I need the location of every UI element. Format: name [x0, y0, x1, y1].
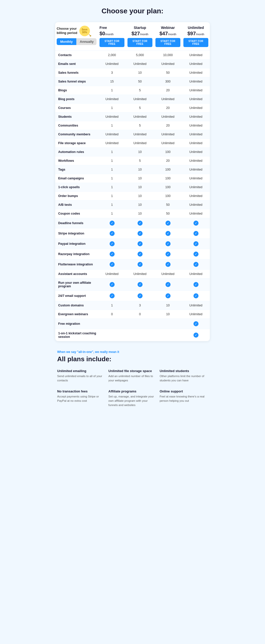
feature-value-cell: Unlimited	[154, 60, 182, 68]
feature-card-desc: Accept payments using Stripe or PayPal a…	[57, 394, 105, 403]
feature-value-cell: 50	[154, 68, 182, 77]
feature-name-cell: Evergreen webinars	[55, 310, 98, 318]
plan-cta-btn-free[interactable]: START FOR FREE	[100, 38, 124, 47]
feature-value-cell: Unlimited	[182, 95, 210, 103]
all-plans-features-grid: Unlimited emailing Send unlimited emails…	[57, 368, 208, 408]
table-row: Custom domains1310Unlimited	[55, 301, 210, 310]
feature-name-cell: Razorpay integration	[55, 249, 98, 259]
plan-name: Startup	[127, 26, 152, 30]
feature-value-cell: 50	[126, 77, 154, 86]
feature-value-cell	[126, 329, 154, 341]
billing-toggle-area: Choose your billing period Save30%	[57, 26, 96, 36]
feature-name-cell: Courses	[55, 104, 98, 112]
table-row: Assistant accountsUnlimitedUnlimitedUnli…	[55, 270, 210, 278]
feature-value-cell: Unlimited	[182, 192, 210, 200]
table-row: Free migration	[55, 319, 210, 329]
feature-card-title: Unlimited emailing	[57, 369, 105, 373]
table-row: File storage spaceUnlimitedUnlimitedUnli…	[55, 139, 210, 148]
feature-value-cell	[98, 218, 126, 228]
check-icon	[193, 231, 198, 236]
feature-card-title: Unlimited students	[160, 369, 208, 373]
table-row: Automation rules110100Unlimited	[55, 148, 210, 156]
feature-name-cell: Communities	[55, 121, 98, 130]
feature-value-cell	[182, 218, 210, 228]
check-icon	[165, 221, 171, 226]
feature-name-cell: 1-on-1 kickstart coaching session	[55, 329, 98, 341]
page-title: Choose your plan:	[57, 7, 208, 15]
plan-price: $97/month	[183, 31, 208, 36]
check-icon	[138, 231, 143, 236]
check-icon	[193, 333, 198, 338]
feature-value-cell: Unlimited	[182, 77, 210, 86]
feature-value-cell: 15	[98, 77, 126, 86]
table-row: Email campaigns110100Unlimited	[55, 174, 210, 183]
feature-value-cell: 20	[154, 121, 182, 130]
plan-cta-btn-webinar[interactable]: START FOR FREE	[155, 38, 180, 47]
feature-value-cell	[154, 239, 182, 249]
feature-value-cell	[126, 228, 154, 238]
feature-name-cell: Deadline funnels	[55, 218, 98, 228]
check-icon	[110, 221, 115, 226]
feature-value-cell: Unlimited	[126, 139, 154, 147]
feature-value-cell: 5	[126, 156, 154, 165]
feature-value-cell: 10	[154, 310, 182, 318]
feature-value-cell: Unlimited	[182, 270, 210, 278]
feature-value-cell	[98, 278, 126, 291]
monthly-toggle-button[interactable]: Monthly	[57, 38, 76, 45]
feature-value-cell: Unlimited	[98, 139, 126, 147]
feature-value-cell	[98, 228, 126, 238]
feature-name-cell: Blogs	[55, 86, 98, 95]
plans-header-row: Choose your billing period Save30% Month…	[55, 22, 210, 51]
feature-value-cell	[126, 291, 154, 301]
feature-value-cell	[182, 319, 210, 329]
feature-name-cell: 1-click upsells	[55, 183, 98, 191]
check-icon	[193, 262, 198, 267]
annually-toggle-button[interactable]: Annually	[76, 38, 96, 45]
check-icon	[110, 252, 115, 257]
feature-value-cell	[154, 218, 182, 228]
feature-value-cell	[126, 218, 154, 228]
feature-value-cell	[182, 259, 210, 269]
all-plans-title: All plans include:	[57, 355, 208, 363]
feature-name-cell: Emails sent	[55, 60, 98, 68]
table-row: A/B tests11050Unlimited	[55, 200, 210, 209]
plan-cta-btn-unlimited[interactable]: START FOR FREE	[183, 38, 208, 47]
billing-label-line2: billing period	[57, 31, 77, 35]
feature-value-cell: Unlimited	[126, 130, 154, 139]
feature-value-cell: Unlimited	[182, 104, 210, 112]
check-icon	[110, 293, 115, 298]
save-badge: Save30%	[79, 26, 90, 36]
plan-cta-btn-startup[interactable]: START FOR FREE	[127, 38, 152, 47]
section-tag: When we say "all-in-one", we really mean…	[57, 350, 208, 354]
feature-value-cell: 1	[98, 86, 126, 95]
all-plans-feature-card: Unlimited emailing Send unlimited emails…	[57, 368, 105, 383]
feature-value-cell: 20	[154, 86, 182, 95]
feature-value-cell: 1	[98, 174, 126, 183]
feature-value-cell: Unlimited	[182, 51, 210, 59]
table-row: Flutterwave integration	[55, 259, 210, 270]
plan-name: Unlimited	[183, 26, 208, 30]
check-icon	[165, 262, 171, 267]
feature-value-cell	[154, 259, 182, 269]
check-icon	[138, 262, 143, 267]
feature-value-cell: 2,000	[98, 51, 126, 59]
feature-card-desc: Send unlimited emails to all of your con…	[57, 374, 105, 382]
feature-value-cell	[154, 228, 182, 238]
feature-value-cell: Unlimited	[98, 112, 126, 121]
feature-value-cell: 100	[154, 192, 182, 200]
plan-header-unlimited: Unlimited $97/month START FOR FREE	[182, 22, 210, 51]
feature-name-cell: Sales funnel steps	[55, 77, 98, 86]
feature-value-cell: Unlimited	[126, 112, 154, 121]
feature-name-cell: Free migration	[55, 319, 98, 329]
feature-card-desc: Other platforms limit the number of stud…	[160, 374, 208, 382]
table-row: Workflows1520Unlimited	[55, 156, 210, 165]
feature-name-cell: Paypal integration	[55, 239, 98, 249]
feature-value-cell: Unlimited	[182, 60, 210, 68]
feature-value-cell	[182, 228, 210, 238]
feature-value-cell	[98, 329, 126, 341]
feature-value-cell	[182, 291, 210, 301]
feature-value-cell: 3	[126, 301, 154, 310]
feature-value-cell: 100	[154, 165, 182, 174]
feature-value-cell: 3	[98, 68, 126, 77]
table-row: Razorpay integration	[55, 249, 210, 259]
